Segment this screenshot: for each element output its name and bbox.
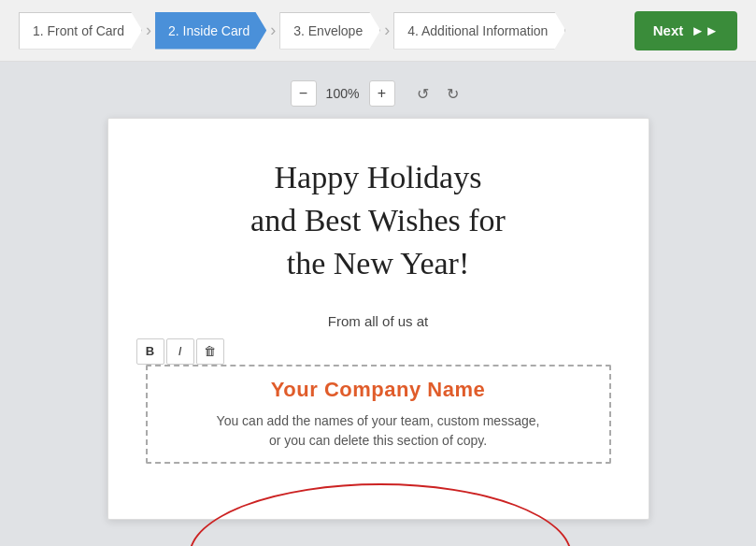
zoom-out-icon: − xyxy=(299,85,307,102)
editable-text-block[interactable]: Your Company Name You can add the names … xyxy=(146,365,611,464)
next-button[interactable]: Next ►► xyxy=(635,11,737,50)
helper-text: You can add the names of your team, cust… xyxy=(163,411,594,451)
step-inside-card-label: 2. Inside Card xyxy=(168,23,250,38)
zoom-out-button[interactable]: − xyxy=(291,80,317,107)
helper-text-line-1: You can add the names of your team, cust… xyxy=(217,413,540,428)
card-canvas: Happy Holidays and Best Wishes for the N… xyxy=(107,118,649,520)
step-front-of-card[interactable]: 1. Front of Card xyxy=(19,12,142,50)
from-text: From all of us at xyxy=(328,313,429,329)
company-name[interactable]: Your Company Name xyxy=(163,378,594,402)
heading-line-1: Happy Holidays xyxy=(275,160,482,194)
redo-button[interactable]: ↻ xyxy=(440,80,466,107)
arrow-3: › xyxy=(380,21,393,40)
card-heading: Happy Holidays and Best Wishes for the N… xyxy=(250,156,506,285)
undo-icon: ↺ xyxy=(417,85,429,103)
helper-text-line-2: or you can delete this section of copy. xyxy=(269,433,487,448)
zoom-in-button[interactable]: + xyxy=(369,80,395,107)
editable-section: B I 🗑 Your Company Name You can add the … xyxy=(146,338,611,464)
delete-icon: 🗑 xyxy=(204,344,216,358)
italic-icon: I xyxy=(178,344,182,358)
bold-button[interactable]: B xyxy=(136,338,164,365)
main-content: − 100% + ↺ ↻ Happy Holidays and Best Wis… xyxy=(0,62,756,546)
text-formatting-toolbar: B I 🗑 xyxy=(136,338,224,365)
bold-icon: B xyxy=(146,344,154,358)
undo-redo-group: ↺ ↻ xyxy=(410,80,466,107)
oval-highlight xyxy=(189,483,572,546)
redo-icon: ↻ xyxy=(447,85,459,103)
step-envelope[interactable]: 3. Envelope xyxy=(279,12,380,50)
next-button-label: Next xyxy=(653,22,684,38)
step-front-of-card-label: 1. Front of Card xyxy=(33,23,124,38)
step-additional[interactable]: 4. Additional Information xyxy=(393,12,565,50)
arrow-2: › xyxy=(266,21,279,40)
zoom-controls: − 100% + ↺ ↻ xyxy=(291,80,466,107)
undo-button[interactable]: ↺ xyxy=(410,80,436,107)
next-arrow-icon: ►► xyxy=(691,22,719,38)
delete-button[interactable]: 🗑 xyxy=(196,338,224,365)
zoom-level: 100% xyxy=(324,86,362,101)
heading-line-2: and Best Wishes for xyxy=(250,203,506,237)
steps-container: 1. Front of Card › 2. Inside Card › 3. E… xyxy=(19,12,616,50)
step-envelope-label: 3. Envelope xyxy=(293,23,363,38)
zoom-in-icon: + xyxy=(378,85,386,102)
italic-button[interactable]: I xyxy=(166,338,194,365)
arrow-1: › xyxy=(142,21,155,40)
step-additional-label: 4. Additional Information xyxy=(407,23,548,38)
step-inside-card[interactable]: 2. Inside Card xyxy=(155,12,266,50)
step-nav: 1. Front of Card › 2. Inside Card › 3. E… xyxy=(0,0,756,62)
heading-line-3: the New Year! xyxy=(287,246,469,280)
